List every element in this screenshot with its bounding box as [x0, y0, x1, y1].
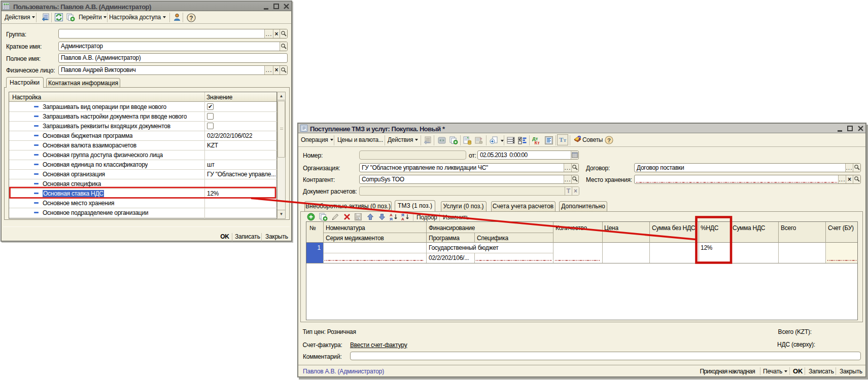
svg-text:?: ?: [189, 15, 193, 22]
svg-text:Кт: Кт: [535, 140, 540, 145]
svg-text:Я: Я: [390, 217, 393, 221]
svg-text:ОК: ОК: [356, 217, 360, 220]
svg-text:?: ?: [607, 137, 611, 143]
svg-text:А: А: [401, 217, 404, 221]
svg-text:?: ?: [577, 135, 581, 142]
